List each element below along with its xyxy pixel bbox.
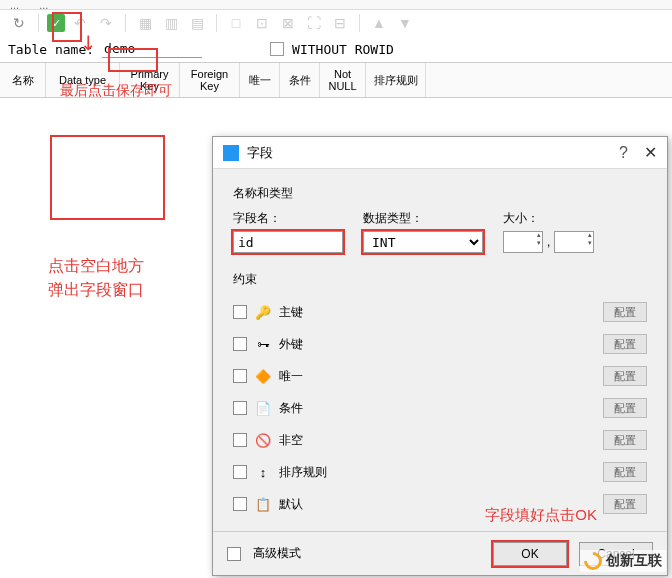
field-name-input[interactable] [233, 231, 343, 253]
blank-area-highlight[interactable] [50, 135, 165, 220]
size-comma: , [547, 235, 550, 249]
tool-icon: ▲ [368, 12, 390, 34]
blank-hint-1: 点击空白地方 [48, 256, 144, 277]
tab-item[interactable]: ... [10, 0, 19, 9]
advanced-checkbox[interactable] [227, 547, 241, 561]
save-hint-annotation: 最后点击保存即可 [60, 82, 172, 100]
config-button[interactable]: 配置 [603, 494, 647, 514]
constraint-checkbox[interactable] [233, 369, 247, 383]
constraint-checkbox[interactable] [233, 305, 247, 319]
constraint-icon: ↕ [255, 465, 271, 480]
grid-col-name: 名称 [0, 63, 46, 97]
config-button[interactable]: 配置 [603, 398, 647, 418]
tool-icon: ⛶ [303, 12, 325, 34]
constraint-label: 唯一 [279, 368, 595, 385]
close-icon[interactable]: ✕ [644, 143, 657, 162]
redo-icon: ↷ [95, 12, 117, 34]
section-constraints: 约束 [233, 271, 647, 288]
grid-col-check: 条件 [280, 63, 320, 97]
advanced-label: 高级模式 [253, 545, 481, 562]
data-type-select[interactable]: INT [363, 231, 483, 253]
constraint-checkbox[interactable] [233, 433, 247, 447]
constraint-checkbox[interactable] [233, 401, 247, 415]
constraint-icon: 🔑 [255, 305, 271, 320]
save-highlight [52, 12, 82, 42]
tab-item[interactable]: ... [39, 0, 48, 9]
constraint-icon: 📋 [255, 497, 271, 512]
constraint-row: 🚫非空配置 [233, 424, 647, 456]
constraint-label: 条件 [279, 400, 595, 417]
constraint-row: 🗝外键配置 [233, 328, 647, 360]
without-rowid-checkbox[interactable] [270, 42, 284, 56]
field-name-label: 字段名： [233, 210, 343, 227]
tool-icon: ▦ [134, 12, 156, 34]
config-button[interactable]: 配置 [603, 302, 647, 322]
grid-col-notnull: Not NULL [320, 63, 366, 97]
config-button[interactable]: 配置 [603, 430, 647, 450]
constraint-label: 主键 [279, 304, 595, 321]
constraint-row: 📄条件配置 [233, 392, 647, 424]
config-button[interactable]: 配置 [603, 334, 647, 354]
watermark-logo: 创新互联 [580, 550, 666, 572]
constraint-icon: 📄 [255, 401, 271, 416]
without-rowid-label: WITHOUT ROWID [292, 42, 394, 57]
section-name-type: 名称和类型 [233, 185, 647, 202]
grid-col-unique: 唯一 [240, 63, 280, 97]
logo-text: 创新互联 [606, 552, 662, 570]
tool-icon: ▼ [394, 12, 416, 34]
constraint-row: ↕排序规则配置 [233, 456, 647, 488]
tool-icon: □ [225, 12, 247, 34]
dialog-icon [223, 145, 239, 161]
size-spinner-2[interactable] [554, 231, 594, 253]
constraint-row: 🔶唯一配置 [233, 360, 647, 392]
field-dialog: 字段 ? ✕ 名称和类型 字段名： 数据类型： INT 大小： , [212, 136, 668, 576]
blank-hint-2: 弹出字段窗口 [48, 280, 144, 301]
constraint-icon: 🗝 [255, 337, 271, 352]
logo-icon [580, 548, 605, 573]
tool-icon: ⊟ [329, 12, 351, 34]
constraint-checkbox[interactable] [233, 337, 247, 351]
ok-button[interactable]: OK [493, 542, 567, 566]
dialog-title: 字段 [247, 144, 619, 162]
grid-col-collate: 排序规则 [366, 63, 426, 97]
table-name-highlight [108, 48, 158, 72]
toolbar: ↻ ✓ ↶ ↷ ▦ ▥ ▤ □ ⊡ ⊠ ⛶ ⊟ ▲ ▼ [0, 10, 672, 36]
grid-col-fk: Foreign Key [180, 63, 240, 97]
fill-hint-annotation: 字段填好点击OK [485, 506, 597, 525]
constraint-label: 外键 [279, 336, 595, 353]
config-button[interactable]: 配置 [603, 462, 647, 482]
tool-icon: ▥ [160, 12, 182, 34]
tool-icon: ▤ [186, 12, 208, 34]
refresh-icon[interactable]: ↻ [8, 12, 30, 34]
config-button[interactable]: 配置 [603, 366, 647, 386]
constraint-checkbox[interactable] [233, 497, 247, 511]
constraint-icon: 🔶 [255, 369, 271, 384]
help-icon[interactable]: ? [619, 144, 628, 162]
dialog-titlebar: 字段 ? ✕ [213, 137, 667, 169]
constraint-row: 🔑主键配置 [233, 296, 647, 328]
constraint-label: 排序规则 [279, 464, 595, 481]
data-type-label: 数据类型： [363, 210, 483, 227]
constraint-label: 非空 [279, 432, 595, 449]
tool-icon: ⊡ [251, 12, 273, 34]
constraint-icon: 🚫 [255, 433, 271, 448]
tool-icon: ⊠ [277, 12, 299, 34]
size-spinner-1[interactable] [503, 231, 543, 253]
constraint-checkbox[interactable] [233, 465, 247, 479]
top-tabs: ... ... [0, 0, 672, 10]
size-label: 大小： [503, 210, 594, 227]
constraints-section: 约束 🔑主键配置🗝外键配置🔶唯一配置📄条件配置🚫非空配置↕排序规则配置📋默认配置 [233, 271, 647, 520]
